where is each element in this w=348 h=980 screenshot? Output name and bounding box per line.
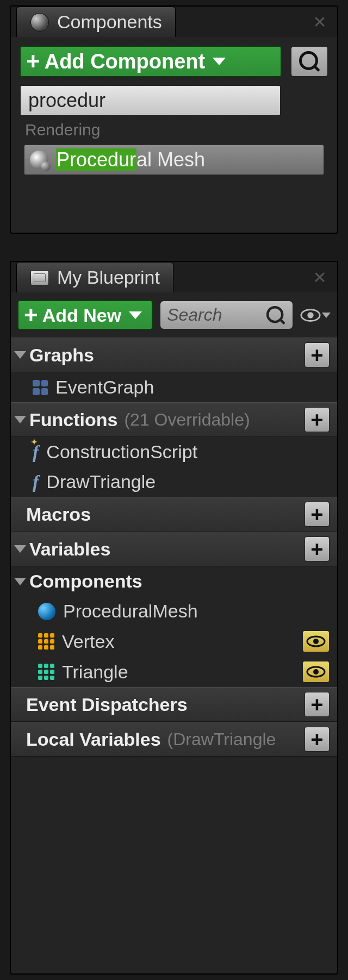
blueprint-search[interactable] xyxy=(159,300,294,330)
function-drawtriangle[interactable]: f DrawTriangle xyxy=(11,467,337,497)
expand-icon xyxy=(14,578,26,585)
blueprint-tab-title: My Blueprint xyxy=(57,267,160,288)
graph-icon xyxy=(33,380,48,395)
var-vertex[interactable]: Vertex xyxy=(11,626,337,657)
add-component-button[interactable]: + Add Component xyxy=(20,46,282,77)
section-localvars[interactable]: Local Variables(DrawTriangle) + xyxy=(11,722,337,757)
array-icon xyxy=(38,633,54,650)
array-icon xyxy=(38,664,54,680)
chevron-down-icon xyxy=(322,313,331,318)
add-macro-button[interactable]: + xyxy=(304,502,330,527)
close-icon[interactable] xyxy=(312,270,327,285)
blueprint-tabbar: My Blueprint xyxy=(11,262,337,292)
components-icon xyxy=(30,13,49,32)
expand-icon xyxy=(14,545,26,553)
var-proceduralmesh[interactable]: ProceduralMesh xyxy=(11,596,337,626)
add-new-label: Add New xyxy=(42,306,121,324)
visibility-toggle[interactable] xyxy=(302,631,330,652)
component-icon xyxy=(38,603,55,620)
add-new-button[interactable]: + Add New xyxy=(17,300,153,330)
chevron-down-icon xyxy=(213,58,226,65)
expand-icon xyxy=(14,351,26,359)
blueprint-tab[interactable]: My Blueprint xyxy=(16,262,173,292)
components-tab[interactable]: Components xyxy=(16,7,176,37)
section-graphs[interactable]: Graphs + xyxy=(11,338,337,372)
function-constructionscript[interactable]: f ConstructionScript xyxy=(11,437,337,467)
add-component-label: Add Component xyxy=(45,51,206,72)
plus-icon: + xyxy=(310,540,323,558)
mesh-icon xyxy=(30,151,48,169)
plus-icon: + xyxy=(26,52,40,71)
section-dispatchers[interactable]: Event Dispatchers + xyxy=(11,687,337,722)
svg-point-5 xyxy=(313,669,319,675)
section-variables[interactable]: Variables + xyxy=(11,532,337,566)
result-label: Procedural Mesh xyxy=(56,148,205,171)
add-function-button[interactable]: + xyxy=(304,407,330,432)
search-icon xyxy=(299,51,320,72)
close-icon[interactable] xyxy=(312,14,327,29)
component-result-procedural-mesh[interactable]: Procedural Mesh xyxy=(24,145,324,175)
function-icon: f xyxy=(33,472,39,492)
section-var-components[interactable]: Components xyxy=(11,566,337,596)
search-icon xyxy=(266,305,285,324)
svg-point-3 xyxy=(313,639,319,644)
plus-icon: + xyxy=(310,505,323,523)
plus-icon: + xyxy=(24,305,38,324)
var-triangle[interactable]: Triangle xyxy=(11,657,337,687)
plus-icon: + xyxy=(310,731,323,748)
expand-icon xyxy=(14,416,26,423)
plus-icon: + xyxy=(310,346,323,364)
chevron-down-icon xyxy=(129,311,142,319)
plus-icon: + xyxy=(310,696,323,713)
visibility-toggle[interactable] xyxy=(302,661,330,683)
my-blueprint-panel: My Blueprint + Add New xyxy=(10,261,338,975)
view-options-button[interactable] xyxy=(300,300,331,330)
blueprint-search-input[interactable] xyxy=(167,305,261,325)
blueprint-icon xyxy=(30,268,49,288)
components-panel: Components + Add Component Rendering P xyxy=(10,5,338,234)
eye-icon xyxy=(300,308,321,322)
components-body: + Add Component Rendering Procedural Mes… xyxy=(11,37,337,186)
svg-point-1 xyxy=(307,312,313,318)
component-search-input[interactable] xyxy=(20,85,281,116)
components-tab-title: Components xyxy=(57,11,162,33)
search-button[interactable] xyxy=(290,46,328,77)
plus-icon: + xyxy=(310,411,323,428)
graph-eventgraph[interactable]: EventGraph xyxy=(11,372,337,402)
section-functions[interactable]: Functions(21 Overridable) + xyxy=(11,402,337,437)
section-macros[interactable]: Macros + xyxy=(11,497,337,532)
add-localvar-button[interactable]: + xyxy=(304,727,330,752)
add-dispatcher-button[interactable]: + xyxy=(304,692,330,717)
add-variable-button[interactable]: + xyxy=(304,536,330,561)
add-graph-button[interactable]: + xyxy=(304,342,330,367)
components-tabbar: Components xyxy=(11,7,337,37)
dropdown-category: Rendering xyxy=(20,116,328,142)
function-icon: f xyxy=(33,442,39,463)
